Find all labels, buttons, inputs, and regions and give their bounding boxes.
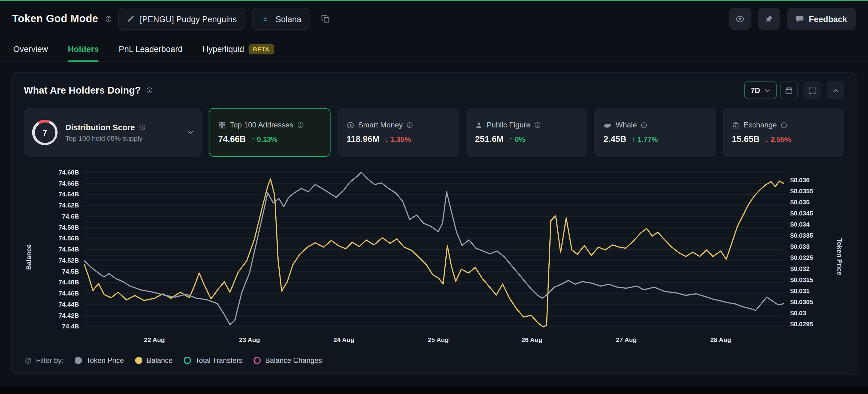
legend-label: Token Price	[87, 356, 124, 364]
feedback-button[interactable]: Feedback	[786, 8, 856, 30]
chevron-up-icon	[832, 88, 838, 92]
token-selector[interactable]: [PENGU] Pudgy Penguins	[118, 8, 245, 30]
page-title: Token God Mode	[12, 12, 98, 25]
svg-text:23 Aug: 23 Aug	[239, 336, 260, 343]
info-icon[interactable]	[534, 121, 541, 129]
metric-card-public-figure[interactable]: Public Figure251.6M↑ 0%	[466, 108, 588, 157]
top100-icon	[218, 121, 226, 129]
card-label: Exchange	[743, 121, 777, 129]
fullscreen-icon	[809, 87, 816, 94]
timeframe-dropdown[interactable]: 7D	[744, 82, 777, 100]
svg-text:$0.0345: $0.0345	[790, 209, 813, 217]
pin-button[interactable]	[758, 8, 780, 30]
legend-prefix-label: Filter by:	[36, 356, 64, 364]
calendar-button[interactable]	[780, 82, 798, 100]
info-icon[interactable]	[641, 121, 648, 129]
copy-button[interactable]	[316, 8, 335, 30]
card-value: 74.66B	[218, 134, 246, 144]
metric-cards-row: 7 Distribution Score Top 100 hold 68% su…	[24, 108, 844, 157]
solana-icon	[260, 14, 270, 24]
svg-text:$: $	[349, 123, 351, 128]
card-label: Top 100 Addresses	[230, 121, 293, 129]
panel-header: What Are Holders Doing? 7D	[24, 82, 844, 100]
svg-text:74.64B: 74.64B	[58, 191, 79, 198]
info-icon[interactable]	[147, 87, 153, 94]
timeframe-value: 7D	[750, 86, 760, 94]
legend-dot	[135, 357, 142, 364]
legend-label: Balance	[147, 356, 173, 364]
smart-money-icon: $	[347, 121, 354, 129]
chevron-down-icon[interactable]	[187, 130, 194, 135]
tab-pnl-leaderboard[interactable]: PnL Leaderboard	[119, 37, 183, 61]
tab-holders[interactable]: Holders	[68, 37, 99, 61]
distribution-score-card[interactable]: 7 Distribution Score Top 100 hold 68% su…	[24, 108, 202, 157]
card-change: ↑ 1.77%	[632, 135, 658, 143]
tab-label: Hyperliquid	[203, 44, 244, 54]
info-icon[interactable]	[25, 357, 32, 364]
metric-card-whale[interactable]: Whale2.45B↑ 1.77%	[594, 108, 716, 157]
legend-label: Total Transfers	[195, 356, 242, 364]
info-icon[interactable]	[139, 124, 146, 131]
collapse-button[interactable]	[827, 82, 844, 100]
tab-hyperliquid[interactable]: HyperliquidBETA	[203, 37, 274, 61]
svg-text:$0.036: $0.036	[790, 176, 810, 184]
holders-balance-price-chart[interactable]: 74.68B74.66B74.64B74.62B74.6B74.58B74.56…	[34, 164, 835, 350]
svg-text:$0.0325: $0.0325	[790, 254, 813, 261]
legend-label: Balance Changes	[265, 356, 322, 364]
info-icon[interactable]	[297, 121, 304, 129]
top-bar: Token God Mode [PENGU] Pudgy Penguins So…	[0, 1, 868, 37]
svg-text:26 Aug: 26 Aug	[521, 336, 542, 343]
public-figure-icon	[475, 121, 483, 129]
eye-icon	[736, 16, 745, 23]
legend-item-token-price[interactable]: Token Price	[75, 356, 124, 364]
bottom-gap	[0, 387, 868, 394]
distribution-score-subtitle: Top 100 hold 68% supply	[65, 135, 145, 142]
card-value: 15.65B	[732, 134, 760, 144]
chart-legend: Filter by: Token PriceBalanceTotal Trans…	[24, 354, 844, 368]
tab-overview[interactable]: Overview	[13, 37, 48, 61]
svg-text:27 Aug: 27 Aug	[616, 336, 637, 343]
legend-dot	[184, 357, 191, 364]
svg-text:$0.035: $0.035	[790, 199, 810, 206]
svg-text:24 Aug: 24 Aug	[334, 336, 354, 343]
chain-selector[interactable]: Solana	[252, 8, 309, 30]
card-change: ↑ 0.13%	[251, 135, 277, 143]
info-icon[interactable]	[781, 121, 787, 129]
tab-label: Overview	[13, 44, 48, 54]
legend-item-balance[interactable]: Balance	[135, 356, 173, 364]
svg-text:74.44B: 74.44B	[58, 301, 79, 308]
svg-text:25 Aug: 25 Aug	[428, 336, 449, 343]
panel-controls: 7D	[744, 82, 844, 100]
tab-bar: OverviewHoldersPnL LeaderboardHyperliqui…	[0, 37, 868, 62]
svg-text:$0.0315: $0.0315	[790, 276, 813, 283]
legend-item-total-transfers[interactable]: Total Transfers	[184, 356, 242, 364]
distribution-score-ring: 7	[32, 120, 58, 145]
svg-text:74.48B: 74.48B	[58, 279, 79, 286]
watch-button[interactable]	[729, 8, 751, 30]
exchange-icon	[732, 121, 740, 129]
metric-card-exchange[interactable]: Exchange15.65B↓ 2.55%	[722, 108, 844, 157]
copy-icon	[321, 15, 330, 23]
card-change: ↓ 2.55%	[765, 135, 792, 143]
svg-text:74.6B: 74.6B	[62, 213, 79, 220]
metric-card-smart-money[interactable]: $Smart Money118.96M↓ 1.35%	[337, 108, 459, 157]
card-value: 118.96M	[347, 134, 379, 144]
svg-text:$0.0335: $0.0335	[790, 232, 813, 239]
beta-badge: BETA	[249, 44, 274, 54]
svg-text:$0.0305: $0.0305	[790, 298, 813, 305]
svg-text:74.42B: 74.42B	[58, 312, 79, 319]
svg-text:74.5B: 74.5B	[62, 268, 79, 275]
calendar-icon	[785, 86, 793, 94]
chart-area: Balance 74.68B74.66B74.64B74.62B74.6B74.…	[24, 164, 844, 350]
metric-card-top-100-addresses[interactable]: Top 100 Addresses74.66B↑ 0.13%	[209, 108, 331, 157]
card-value: 251.6M	[475, 134, 503, 144]
info-icon[interactable]	[407, 121, 413, 129]
fullscreen-button[interactable]	[803, 82, 821, 100]
info-icon[interactable]	[105, 16, 112, 22]
chat-bubble-icon	[796, 15, 804, 23]
card-label: Smart Money	[358, 121, 403, 129]
pencil-icon	[126, 15, 134, 23]
legend-item-balance-changes[interactable]: Balance Changes	[253, 356, 322, 364]
svg-text:$0.034: $0.034	[790, 221, 810, 228]
svg-text:74.62B: 74.62B	[58, 202, 79, 209]
